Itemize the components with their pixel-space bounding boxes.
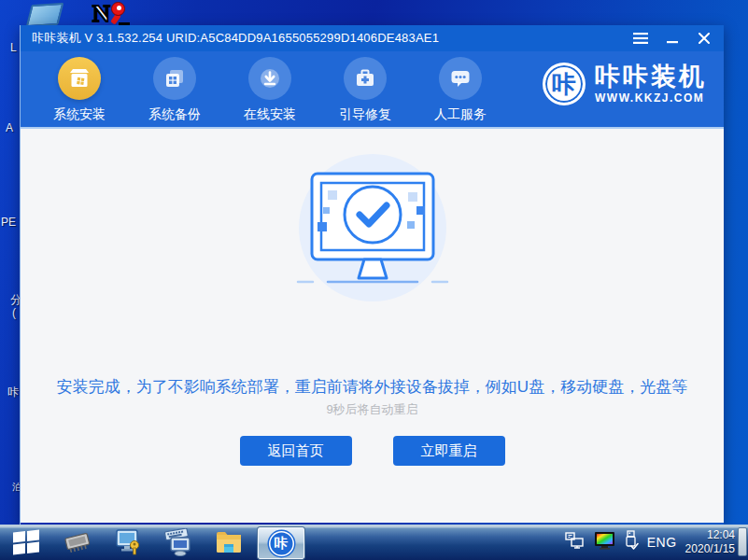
taskbar: 咔 xyxy=(0,525,748,560)
show-desktop-button[interactable] xyxy=(738,527,747,556)
desktop-label-partial: ( xyxy=(12,306,16,319)
taskbar-memory-chip-icon[interactable] xyxy=(52,525,103,560)
window-title: 咔咔装机 V 3.1.532.254 URID:A5C84DD9A1655055… xyxy=(32,30,632,47)
desktop: N L A PE 分 ( 咔 泊 咔咔装机 V 3.1.532.254 URID… xyxy=(0,0,748,560)
desktop-label-partial: A xyxy=(6,121,13,134)
backup-stack-icon xyxy=(153,57,196,100)
clock-date: 2020/1/15 xyxy=(685,542,735,556)
chat-service-icon xyxy=(439,57,482,100)
monitor-checkmark-illustration xyxy=(270,153,475,317)
download-icon xyxy=(248,57,291,100)
close-button[interactable] xyxy=(696,30,713,47)
desktop-label-partial: PE xyxy=(1,216,16,229)
desktop-label-partial: L xyxy=(10,41,17,54)
n-letter: N xyxy=(92,0,110,28)
file-folder-icon xyxy=(214,529,244,555)
brand-name: 咔咔装机 xyxy=(595,63,707,90)
nav-item-boot-repair[interactable]: 引导修复 xyxy=(321,57,409,123)
nav-label: 引导修复 xyxy=(339,106,391,123)
memory-chip-icon xyxy=(62,530,93,554)
brand-logo: 咔 咔咔装机 WWW.KKZJ.COM xyxy=(543,63,707,105)
install-complete-message: 安装完成，为了不影响系统部署，重启前请将外接设备拔掉，例如U盘，移动硬盘，光盘等 xyxy=(21,376,724,398)
nav-item-online-install[interactable]: 在线安装 xyxy=(226,57,314,123)
n-red-key-shortcut-icon[interactable]: N xyxy=(92,0,134,28)
close-icon xyxy=(699,33,710,44)
taskbar-kaka-app-button[interactable]: 咔 xyxy=(254,525,304,560)
repair-kit-icon xyxy=(344,57,387,100)
install-box-icon xyxy=(58,57,101,100)
hamburger-icon xyxy=(633,33,648,44)
nav-bar: 系统安装 系统备份 xyxy=(21,51,724,129)
kaka-app-icon: 咔 xyxy=(269,531,294,556)
taskbar-clock[interactable]: 12:04 2020/1/15 xyxy=(685,528,735,556)
computer-lock-icon xyxy=(113,528,143,556)
main-content: 安装完成，为了不影响系统部署，重启前请将外接设备拔掉，例如U盘，移动硬盘，光盘等… xyxy=(21,129,724,523)
nav-label: 人工服务 xyxy=(434,106,487,123)
nav-item-customer-service[interactable]: 人工服务 xyxy=(416,57,504,123)
language-indicator[interactable]: ENG xyxy=(647,535,677,550)
nav-label: 在线安装 xyxy=(244,106,296,123)
nav-item-system-backup[interactable]: 系统备份 xyxy=(131,57,219,123)
menu-button[interactable] xyxy=(632,30,649,47)
return-home-button[interactable]: 返回首页 xyxy=(240,436,352,466)
restart-now-button[interactable]: 立即重启 xyxy=(393,436,505,466)
tray-usb-icon[interactable] xyxy=(624,530,639,554)
nav-label: 系统安装 xyxy=(53,106,106,123)
clock-time: 12:04 xyxy=(685,528,735,542)
nav-label: 系统备份 xyxy=(148,106,201,123)
tray-network-icon[interactable] xyxy=(565,532,586,553)
restart-countdown: 9秒后将自动重启 xyxy=(21,401,724,418)
brand-url: WWW.KKZJ.COM xyxy=(595,91,707,105)
minimize-button[interactable] xyxy=(664,30,681,47)
kaka-zhuangji-window: 咔咔装机 V 3.1.532.254 URID:A5C84DD9A1655055… xyxy=(20,25,724,525)
tray-display-color-icon[interactable] xyxy=(594,531,615,553)
taskbar-keyboard-monitor-icon[interactable] xyxy=(153,525,204,560)
windows-start-icon xyxy=(13,530,39,555)
nav-item-system-install[interactable]: 系统安装 xyxy=(35,57,123,123)
titlebar[interactable]: 咔咔装机 V 3.1.532.254 URID:A5C84DD9A1655055… xyxy=(21,25,724,51)
minimize-icon xyxy=(667,33,678,44)
tilted-screen-shortcut-icon[interactable] xyxy=(29,4,61,26)
kaka-logo-icon: 咔 xyxy=(543,63,586,105)
taskbar-computer-lock-icon[interactable] xyxy=(103,525,153,560)
start-button[interactable] xyxy=(0,525,52,560)
keyboard-monitor-icon xyxy=(162,528,194,556)
desktop-label-partial: 咔 xyxy=(7,385,19,400)
taskbar-folder-icon[interactable] xyxy=(204,525,254,560)
